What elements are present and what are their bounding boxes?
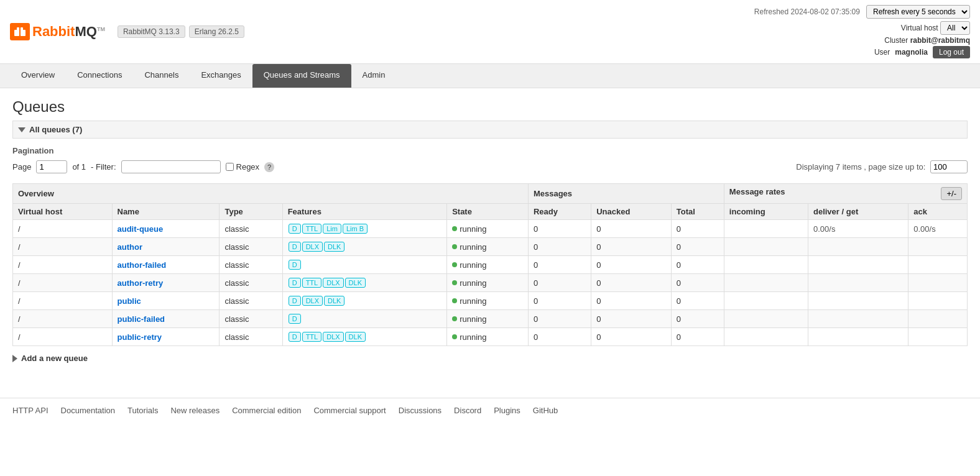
expand-icon	[12, 355, 17, 362]
rabbitmq-logo-icon	[10, 23, 30, 40]
filter-input[interactable]	[121, 160, 221, 173]
refresh-info: Refreshed 2024-08-02 07:35:09 Refresh ev…	[754, 5, 970, 19]
state-dot	[452, 280, 457, 285]
footer-link[interactable]: HTTP API	[12, 406, 49, 415]
cell-deliver-get: 0.00/s	[808, 220, 908, 238]
regex-checkbox-label[interactable]: Regex	[226, 162, 260, 172]
state-label: running	[460, 332, 486, 342]
feature-tag: DLK	[345, 278, 366, 288]
cell-deliver-get	[808, 238, 908, 256]
nav-item-channels[interactable]: Channels	[133, 64, 190, 88]
footer-link[interactable]: Plugins	[494, 406, 520, 415]
cell-ack	[908, 238, 968, 256]
logout-button[interactable]: Log out	[933, 46, 970, 58]
table-row[interactable]: /public-retryclassicDTTLDLXDLKrunning000	[13, 328, 968, 346]
cell-ready: 0	[528, 238, 591, 256]
col-ack-header: ack	[908, 204, 968, 220]
table-row[interactable]: /author-failedclassicDrunning000	[13, 256, 968, 274]
cell-features: D	[282, 310, 446, 328]
footer-link[interactable]: Commercial support	[313, 406, 386, 415]
cell-unacked: 0	[591, 256, 672, 274]
nav-item-admin[interactable]: Admin	[351, 64, 397, 88]
add-queue-section[interactable]: Add a new queue	[12, 354, 968, 363]
logo-tm: TM	[97, 26, 105, 32]
footer-link[interactable]: GitHub	[533, 406, 558, 415]
cell-state: running	[447, 328, 529, 346]
erlang-version: Erlang 26.2.5	[189, 25, 244, 38]
col-type-header: Type	[220, 204, 282, 220]
feature-tag: TTL	[302, 224, 322, 234]
table-row[interactable]: /public-failedclassicDrunning000	[13, 310, 968, 328]
cell-name[interactable]: author	[112, 238, 220, 256]
cell-unacked: 0	[591, 238, 672, 256]
refreshed-timestamp: Refreshed 2024-08-02 07:35:09	[754, 7, 860, 16]
page-of: of 1	[72, 162, 86, 172]
feature-tag: DLX	[302, 296, 323, 306]
cell-total: 0	[671, 274, 724, 292]
cell-type: classic	[220, 238, 282, 256]
cell-total: 0	[671, 328, 724, 346]
footer: HTTP APIDocumentationTutorialsNew releas…	[0, 398, 980, 423]
cell-ready: 0	[528, 274, 591, 292]
state-dot	[452, 334, 457, 339]
cell-incoming	[724, 310, 808, 328]
cell-incoming	[724, 328, 808, 346]
svg-rect-2	[17, 27, 19, 31]
nav-item-overview[interactable]: Overview	[10, 64, 66, 88]
cell-name[interactable]: author-retry	[112, 274, 220, 292]
cell-name[interactable]: public-retry	[112, 328, 220, 346]
state-label: running	[460, 278, 486, 288]
cluster-value: rabbit@rabbitmq	[910, 36, 970, 45]
refresh-select[interactable]: Refresh every 5 seconds	[866, 5, 970, 19]
footer-link[interactable]: Discord	[454, 406, 481, 415]
cell-name[interactable]: public	[112, 292, 220, 310]
cell-total: 0	[671, 256, 724, 274]
table-row[interactable]: /audit-queueclassicDTTLLimLim Brunning00…	[13, 220, 968, 238]
state-dot	[452, 298, 457, 303]
add-queue-label: Add a new queue	[21, 354, 88, 363]
cell-total: 0	[671, 310, 724, 328]
cell-state: running	[447, 274, 529, 292]
logo-text: RabbitMQTM	[32, 24, 105, 40]
vhost-select[interactable]: All	[940, 21, 970, 35]
plus-minus-button[interactable]: +/-	[941, 187, 962, 200]
cell-vhost: /	[13, 256, 113, 274]
footer-link[interactable]: Discussions	[399, 406, 441, 415]
cell-total: 0	[671, 220, 724, 238]
feature-tag: D	[289, 242, 301, 252]
footer-link[interactable]: New releases	[170, 406, 220, 415]
table-row[interactable]: /authorclassicDDLXDLKrunning000	[13, 238, 968, 256]
cell-features: D	[282, 256, 446, 274]
table-row[interactable]: /author-retryclassicDTTLDLXDLKrunning000	[13, 274, 968, 292]
nav-item-queues[interactable]: Queues and Streams	[252, 64, 351, 88]
cell-ready: 0	[528, 256, 591, 274]
feature-tag: DLX	[302, 242, 323, 252]
cell-state: running	[447, 310, 529, 328]
cell-name[interactable]: author-failed	[112, 256, 220, 274]
page-size-input[interactable]: 100	[930, 160, 968, 173]
state-label: running	[460, 224, 486, 234]
overview-section-header: Overview	[13, 184, 529, 204]
footer-link[interactable]: Tutorials	[127, 406, 158, 415]
cell-ack: 0.00/s	[908, 220, 968, 238]
nav-item-connections[interactable]: Connections	[66, 64, 133, 88]
cell-features: DDLXDLK	[282, 292, 446, 310]
cell-vhost: /	[13, 328, 113, 346]
cell-name[interactable]: public-failed	[112, 310, 220, 328]
all-queues-header[interactable]: All queues (7)	[12, 121, 968, 139]
logo: RabbitMQTM RabbitMQ 3.13.3 Erlang 26.2.5	[10, 23, 244, 40]
cell-state: running	[447, 292, 529, 310]
col-state-header: State	[447, 204, 529, 220]
table-row[interactable]: /publicclassicDDLXDLKrunning000	[13, 292, 968, 310]
regex-checkbox[interactable]	[226, 163, 234, 171]
cell-name[interactable]: audit-queue	[112, 220, 220, 238]
footer-link[interactable]: Commercial edition	[232, 406, 301, 415]
footer-link[interactable]: Documentation	[61, 406, 115, 415]
col-ready-header: Ready	[528, 204, 591, 220]
col-name-header: Name	[112, 204, 220, 220]
page-input[interactable]	[36, 160, 67, 173]
help-icon[interactable]: ?	[264, 162, 274, 172]
user-row: User magnolia Log out	[754, 46, 970, 58]
nav-item-exchanges[interactable]: Exchanges	[190, 64, 252, 88]
cell-type: classic	[220, 328, 282, 346]
